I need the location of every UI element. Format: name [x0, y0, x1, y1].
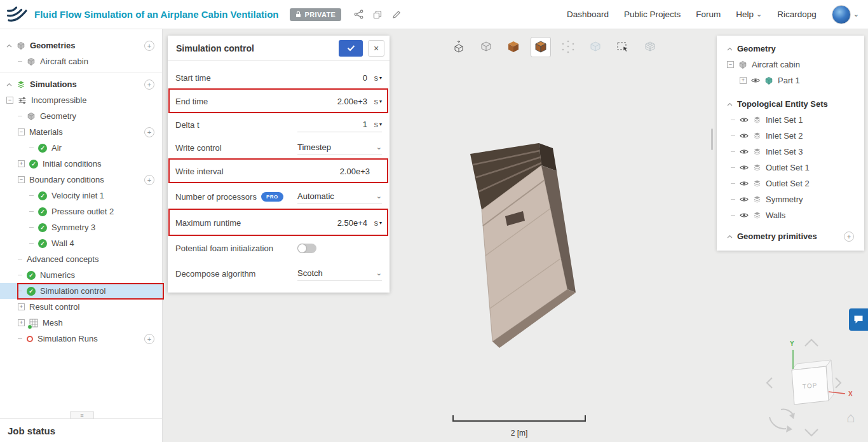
app-logo-icon[interactable]	[6, 6, 28, 24]
confirm-button[interactable]	[339, 40, 363, 57]
username-label[interactable]: Ricardopg	[777, 10, 817, 19]
collapse-toggle[interactable]: −	[18, 128, 25, 135]
rotate-ccw-arc-icon[interactable]	[770, 417, 786, 429]
sidebar-item-simulation-control[interactable]: ✓ Simulation control	[0, 283, 162, 299]
start-time-input[interactable]: 0 s ▾	[297, 70, 382, 85]
nav-help[interactable]: Help ⌄	[736, 10, 762, 19]
nav-public-projects[interactable]: Public Projects	[624, 10, 681, 19]
potential-foam-toggle[interactable]	[297, 244, 316, 253]
visibility-eye-icon[interactable]	[740, 212, 749, 219]
visibility-eye-icon[interactable]	[740, 180, 749, 187]
expand-toggle[interactable]: +	[740, 77, 747, 84]
visibility-eye-icon[interactable]	[740, 116, 749, 123]
visibility-eye-icon[interactable]	[751, 77, 760, 84]
scene-item-entity-set[interactable]: Walls	[717, 207, 864, 223]
avatar[interactable]	[832, 5, 851, 24]
sidebar-item-incompressible[interactable]: − Incompressible	[0, 92, 162, 108]
rotate-left-chevron-icon[interactable]	[767, 378, 772, 388]
scene-item-geometry[interactable]: Geometry	[717, 41, 864, 57]
sidebar-item-simulations[interactable]: Simulations +	[0, 76, 162, 92]
collapse-toggle[interactable]: −	[18, 176, 25, 183]
sidebar-item-result-control[interactable]: + Result control	[0, 299, 162, 315]
scene-item-geometry-primitives[interactable]: Geometry primitives +	[717, 228, 864, 244]
home-view-icon[interactable]: ⌂	[846, 411, 855, 425]
cabin-model[interactable]	[445, 130, 610, 350]
scrollbar-thumb[interactable]	[711, 128, 713, 150]
sidebar-item-geometries[interactable]: Geometries +	[0, 38, 162, 53]
visibility-eye-icon[interactable]	[740, 164, 749, 171]
end-time-input[interactable]: 2.00e+3 s ▾	[297, 93, 382, 109]
sidebar-item-symmetry[interactable]: ✓ Symmetry 3	[0, 219, 162, 235]
collapse-toggle[interactable]: −	[727, 61, 734, 68]
fit-view-icon[interactable]	[449, 37, 469, 57]
scene-item-entity-set[interactable]: Inlet Set 2	[717, 128, 864, 144]
vertex-view-icon[interactable]	[558, 37, 578, 57]
sidebar-item-numerics[interactable]: ✓ Numerics	[0, 267, 162, 283]
sidebar-item-velocity-inlet[interactable]: ✓ Velocity inlet 1	[0, 188, 162, 204]
add-simulation-button[interactable]: +	[144, 79, 154, 90]
edit-pencil-icon[interactable]	[390, 8, 403, 22]
scene-item-topological-entity-sets[interactable]: Topological Entity Sets	[717, 96, 864, 112]
rotate-down-chevron-icon[interactable]	[805, 429, 818, 436]
processors-select[interactable]: Automatic ⌄	[297, 189, 382, 204]
close-button[interactable]: ×	[368, 40, 384, 57]
share-icon[interactable]	[351, 8, 365, 22]
sidebar-item-pressure-outlet[interactable]: ✓ Pressure outlet 2	[0, 204, 162, 219]
rotate-right-chevron-icon[interactable]	[836, 378, 841, 388]
tree-connector	[29, 227, 34, 228]
sidebar-item-simulation-runs[interactable]: Simulation Runs +	[0, 331, 162, 347]
unit-dropdown[interactable]: s	[370, 73, 378, 83]
sidebar-item-advanced-concepts[interactable]: Advanced concepts	[0, 251, 162, 267]
transparent-view-icon[interactable]	[585, 37, 606, 57]
surface-view-icon[interactable]	[503, 37, 524, 57]
scene-item-entity-set[interactable]: Symmetry	[717, 191, 864, 207]
expand-toggle[interactable]: +	[18, 319, 25, 326]
sidebar-item-geometry[interactable]: Geometry	[0, 108, 162, 124]
surface-edges-view-icon[interactable]	[531, 37, 551, 57]
sidebar-item-initial-conditions[interactable]: + ✓ Initial conditions	[0, 156, 162, 172]
sidebar-item-wall[interactable]: ✓ Wall 4	[0, 235, 162, 251]
scene-item-entity-set[interactable]: Inlet Set 1	[717, 112, 864, 128]
copy-icon[interactable]	[370, 8, 384, 22]
add-boundary-condition-button[interactable]: +	[144, 175, 154, 185]
job-status-bar[interactable]: Job status	[0, 418, 162, 442]
chat-button[interactable]	[849, 308, 868, 331]
sidebar-item-boundary-conditions[interactable]: − Boundary conditions +	[0, 172, 162, 188]
sidebar-collapse-handle[interactable]: ≡	[70, 411, 94, 418]
mesh-view-icon[interactable]	[640, 37, 660, 57]
write-control-select[interactable]: Timestep ⌄	[297, 140, 382, 155]
rotate-up-chevron-icon[interactable]	[805, 340, 818, 346]
collapse-toggle[interactable]: −	[6, 97, 13, 104]
unit-dropdown[interactable]: s	[370, 120, 378, 129]
scene-item-entity-set[interactable]: Outlet Set 1	[717, 160, 864, 176]
add-run-button[interactable]: +	[144, 334, 154, 344]
write-interval-input[interactable]: 2.00e+3	[297, 163, 382, 179]
scene-item-aircraft-cabin[interactable]: − Aircraft cabin	[717, 57, 864, 73]
box-select-icon[interactable]	[613, 37, 633, 57]
sidebar-item-air[interactable]: ✓ Air	[0, 140, 162, 156]
hidden-line-view-icon[interactable]	[476, 37, 496, 57]
scene-item-part-1[interactable]: + Part 1	[717, 73, 864, 88]
visibility-eye-icon[interactable]	[740, 196, 749, 203]
sidebar-item-materials[interactable]: − Materials +	[0, 124, 162, 140]
scene-item-entity-set[interactable]: Inlet Set 3	[717, 144, 864, 160]
nav-forum[interactable]: Forum	[696, 10, 721, 19]
sidebar-item-aircraft-cabin[interactable]: Aircraft cabin	[0, 53, 162, 69]
add-material-button[interactable]: +	[144, 127, 154, 137]
delta-t-input[interactable]: 1 s ▾	[297, 117, 382, 132]
visibility-eye-icon[interactable]	[740, 132, 749, 139]
user-menu[interactable]: ⌄	[832, 5, 859, 24]
decompose-algorithm-select[interactable]: Scotch ⌄	[297, 266, 382, 281]
unit-dropdown[interactable]: s	[370, 218, 378, 228]
check-circle-icon: ✓	[38, 191, 47, 200]
max-runtime-input[interactable]: 2.50e+4 s ▾	[297, 215, 382, 230]
add-geometry-primitive-button[interactable]: +	[844, 231, 854, 242]
scene-item-entity-set[interactable]: Outlet Set 2	[717, 176, 864, 191]
expand-toggle[interactable]: +	[18, 160, 25, 167]
sidebar-item-mesh[interactable]: + Mesh	[0, 315, 162, 331]
expand-toggle[interactable]: +	[18, 303, 25, 310]
unit-dropdown[interactable]: s	[370, 97, 378, 106]
nav-dashboard[interactable]: Dashboard	[567, 10, 609, 19]
visibility-eye-icon[interactable]	[740, 148, 749, 155]
add-geometry-button[interactable]: +	[144, 41, 154, 51]
